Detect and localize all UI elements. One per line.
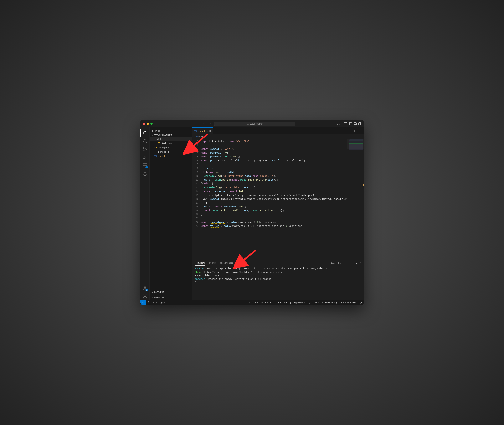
scm-activity-icon[interactable] (142, 146, 148, 152)
problems-status[interactable]: ⓧ0 ⚠2 (146, 301, 158, 304)
kill-terminal-icon[interactable] (347, 262, 350, 265)
svg-rect-12 (143, 164, 145, 165)
svg-point-0 (247, 123, 248, 124)
new-terminal-icon[interactable]: + ⌵ (338, 262, 341, 265)
close-window-button[interactable] (143, 123, 145, 125)
close-panel-icon[interactable]: × (360, 262, 361, 265)
file-label: deno.lock (158, 150, 169, 153)
breadcrumb-rest: ... (208, 135, 210, 138)
split-editor-icon[interactable] (353, 130, 356, 132)
ts-icon: TS (154, 155, 157, 157)
language-status[interactable]: { }TypeScript (288, 301, 306, 304)
editor-more-icon[interactable]: ⋯ (358, 129, 361, 133)
status-bar: ⓧ0 ⚠2 0 Ln 23, Col 1 Spaces: 4 UTF-8 LF … (140, 300, 364, 305)
nav-arrows: ← → (203, 122, 211, 126)
tab-problems-badge: 2 (207, 130, 208, 132)
split-terminal-icon[interactable] (343, 262, 345, 264)
deno-status[interactable]: Deno 2.1.9+28834a8 (Upgrade available) (313, 301, 358, 304)
problems-badge: 2 (188, 155, 190, 157)
titlebar: ← → stock-market ⌵ (140, 120, 364, 127)
search-icon (246, 123, 249, 125)
timeline-section[interactable]: TIMELINE (150, 295, 192, 300)
svg-point-3 (338, 123, 338, 124)
error-icon: ⓧ (148, 301, 150, 304)
file-deno-lock[interactable]: { } deno.lock (150, 150, 192, 154)
toggle-panel-icon[interactable] (354, 122, 356, 125)
layout-customize-icon[interactable] (344, 122, 347, 125)
ts-icon: TS (194, 130, 197, 132)
toggle-secondary-sidebar-icon[interactable] (358, 122, 361, 125)
copilot-status-icon[interactable] (306, 301, 313, 304)
toggle-primary-sidebar-icon[interactable] (349, 122, 352, 125)
svg-point-9 (143, 150, 144, 151)
search-activity-icon[interactable] (142, 139, 148, 144)
file-label: main.ts (158, 155, 166, 158)
folder-label: data (157, 138, 162, 140)
terminal-output[interactable]: Watcher Restarting! File change detected… (192, 266, 364, 300)
json-icon: { } (158, 142, 160, 144)
json-icon: { } (154, 151, 157, 153)
svg-point-8 (143, 148, 144, 149)
outline-section[interactable]: OUTLINE (150, 290, 192, 295)
nav-back-icon[interactable]: ← (203, 122, 206, 126)
json-icon: { } (154, 146, 157, 149)
settings-activity-icon[interactable] (142, 293, 148, 299)
nav-forward-icon[interactable]: → (209, 122, 211, 126)
ts-icon: TS (195, 135, 198, 138)
encoding-status[interactable]: UTF-8 (273, 301, 283, 304)
antenna-icon (160, 301, 163, 304)
debug-activity-icon[interactable] (142, 155, 148, 160)
extensions-activity-icon[interactable]: 1 (142, 163, 148, 168)
maximize-panel-icon[interactable]: ∧ (356, 262, 358, 265)
svg-point-10 (146, 149, 147, 150)
explorer-activity-icon[interactable] (142, 130, 148, 136)
svg-line-7 (146, 142, 147, 143)
activity-bar: 1 1 (140, 127, 150, 300)
explorer-more-icon[interactable]: ⋯ (186, 129, 189, 133)
indentation-status[interactable]: Spaces: 4 (260, 301, 273, 304)
svg-line-1 (248, 124, 249, 125)
svg-point-4 (339, 123, 339, 124)
svg-point-25 (310, 303, 310, 303)
terminal-tab[interactable]: TERMINAL (195, 261, 205, 266)
minimap[interactable] (347, 139, 364, 260)
explorer-title: EXPLORER (152, 130, 165, 132)
terminal-shell-label[interactable]: >_ deno (327, 262, 336, 265)
editor-body[interactable]: 1234567891011121314151617181920212223 im… (192, 139, 364, 260)
vscode-window: ← → stock-market ⌵ (140, 120, 364, 305)
notifications-icon[interactable] (358, 301, 364, 304)
file-tree: ∨ data { } AAPL.json { } deno.json { } d… (150, 137, 192, 158)
breadcrumb[interactable]: TS main.ts › ... (192, 134, 364, 139)
minimize-window-button[interactable] (147, 123, 149, 125)
folder-data[interactable]: ∨ data (150, 137, 192, 141)
workspace-root-label: STOCK-MARKET (154, 134, 172, 136)
workspace-root[interactable]: STOCK-MARKET (150, 133, 192, 137)
line-gutter: 1234567891011121314151617181920212223 (192, 139, 201, 260)
file-deno-json[interactable]: { } deno.json (150, 145, 192, 150)
tab-label: main.ts (198, 130, 206, 133)
svg-rect-2 (337, 123, 340, 125)
timeline-label: TIMELINE (154, 296, 165, 299)
accounts-activity-icon[interactable]: 1 (142, 286, 148, 291)
comments-tab[interactable]: COMMENTS (220, 261, 232, 266)
file-main-ts[interactable]: TS main.ts 2 (150, 154, 192, 158)
tab-main-ts[interactable]: TS main.ts 2 × (192, 127, 213, 134)
close-tab-icon[interactable]: × (210, 129, 211, 133)
layout-controls (344, 122, 361, 125)
command-center[interactable]: stock-market (214, 121, 295, 126)
ports-tab[interactable]: PORTS (209, 261, 217, 266)
ports-status[interactable]: 0 (158, 301, 166, 304)
extensions-badge: 1 (145, 166, 148, 168)
panel-more-icon[interactable]: ⋯ (352, 262, 354, 265)
eol-status[interactable]: LF (283, 301, 288, 304)
remote-indicator[interactable] (140, 300, 146, 305)
file-aapl-json[interactable]: { } AAPL.json (150, 141, 192, 145)
cursor-position[interactable]: Ln 23, Col 1 (244, 301, 260, 304)
copilot-icon[interactable]: ⌵ (337, 122, 342, 125)
code-content[interactable]: import { exists } from "@std/fs"; const … (201, 139, 347, 260)
svg-point-6 (143, 139, 146, 142)
window-controls (143, 123, 153, 125)
maximize-window-button[interactable] (150, 123, 153, 125)
outline-label: OUTLINE (154, 291, 164, 294)
testing-activity-icon[interactable] (142, 171, 148, 176)
